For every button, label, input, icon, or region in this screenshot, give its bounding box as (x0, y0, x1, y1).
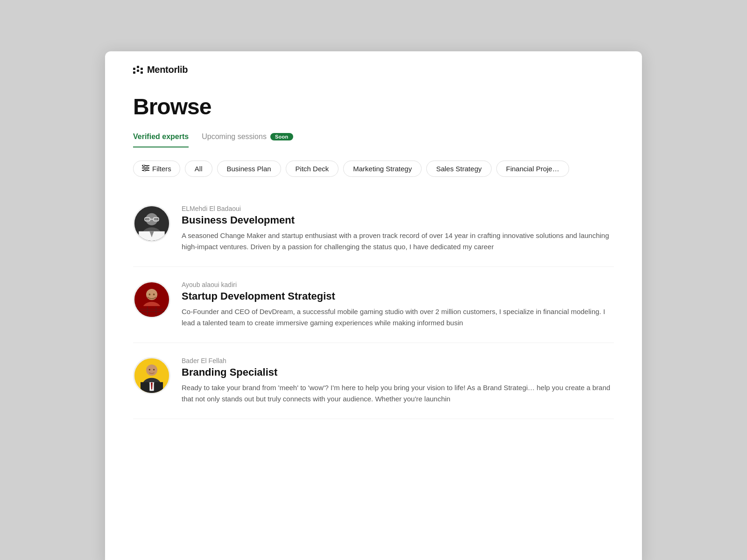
expert-title: Business Development (182, 214, 614, 226)
expert-info: Ayoub alaoui kadiri Startup Development … (182, 281, 614, 329)
svg-point-11 (144, 169, 146, 171)
avatar (133, 281, 170, 318)
tabs-bar: Verified experts Upcoming sessions Soon (133, 133, 614, 147)
tab-verified[interactable]: Verified experts (133, 133, 189, 147)
expert-bio: A seasoned Change Maker and startup enth… (182, 230, 614, 252)
svg-rect-3 (137, 70, 139, 72)
expert-name: ELMehdi El Badaoui (182, 205, 614, 212)
expert-bio: Ready to take your brand from 'meeh' to … (182, 382, 614, 405)
filters-label: Filters (152, 165, 171, 173)
expert-title: Startup Development Strategist (182, 290, 614, 302)
svg-rect-5 (141, 71, 143, 74)
app-window: Mentorlib Browse Verified experts Upcomi… (105, 51, 642, 560)
logo-svg (133, 66, 143, 74)
filter-financial-proj[interactable]: Financial Proje… (496, 161, 569, 177)
logo-text: Mentorlib (147, 64, 188, 75)
expert-list: ELMehdi El Badaoui Business Development … (105, 186, 642, 419)
expert-card[interactable]: Ayoub alaoui kadiri Startup Development … (133, 267, 614, 343)
svg-point-37 (149, 369, 150, 370)
filter-all[interactable]: All (185, 161, 212, 177)
filters-bar: Filters All Business Plan Pitch Deck Mar… (105, 147, 642, 186)
filter-marketing-strategy[interactable]: Marketing Strategy (343, 161, 422, 177)
expert-info: Bader El Fellah Branding Specialist Read… (182, 357, 614, 405)
avatar (133, 205, 170, 242)
filter-business-plan[interactable]: Business Plan (217, 161, 281, 177)
svg-rect-2 (137, 66, 139, 68)
svg-rect-0 (133, 68, 135, 70)
logo-icon (133, 66, 143, 74)
filter-icon (142, 165, 149, 173)
expert-card[interactable]: ELMehdi El Badaoui Business Development … (133, 191, 614, 267)
tab-upcoming[interactable]: Upcoming sessions Soon (202, 133, 293, 147)
svg-rect-1 (133, 71, 135, 74)
expert-title: Branding Specialist (182, 366, 614, 378)
svg-rect-4 (141, 68, 143, 70)
filters-button[interactable]: Filters (133, 161, 180, 177)
header: Mentorlib Browse Verified experts Upcomi… (105, 51, 642, 147)
filter-pitch-deck[interactable]: Pitch Deck (286, 161, 339, 177)
avatar (133, 357, 170, 394)
svg-point-29 (153, 294, 155, 295)
svg-point-38 (153, 369, 155, 370)
expert-card[interactable]: Bader El Fellah Branding Specialist Read… (133, 343, 614, 419)
svg-point-9 (143, 165, 145, 167)
filter-sales-strategy[interactable]: Sales Strategy (426, 161, 492, 177)
logo: Mentorlib (133, 64, 614, 75)
page-title: Browse (133, 94, 614, 119)
expert-name: Bader El Fellah (182, 357, 614, 364)
svg-point-28 (149, 294, 151, 295)
expert-bio: Co-Founder and CEO of DevDream, a succes… (182, 306, 614, 329)
expert-name: Ayoub alaoui kadiri (182, 281, 614, 288)
expert-info: ELMehdi El Badaoui Business Development … (182, 205, 614, 252)
svg-point-10 (146, 167, 148, 169)
svg-point-31 (146, 364, 157, 376)
soon-badge: Soon (270, 133, 293, 140)
